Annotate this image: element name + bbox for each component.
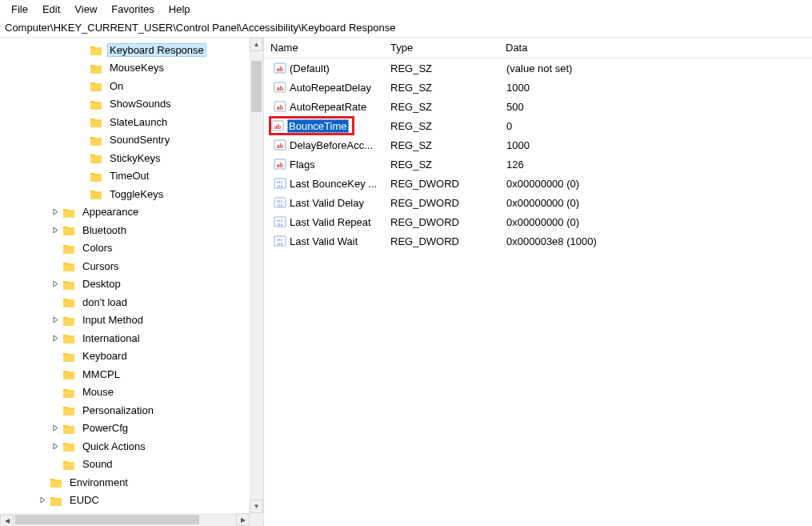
hscroll-thumb[interactable] [15,515,199,524]
value-list-pane: Name Type Data ab(Default)REG_SZ(value n… [264,38,812,526]
scroll-up-icon[interactable]: ▲ [250,38,263,51]
menu-help[interactable]: Help [162,2,197,17]
tree-item-label: TimeOut [107,169,151,183]
tree-item-label: don't load [80,295,130,309]
value-row[interactable]: abDelayBeforeAcc...REG_SZ1000 [264,135,812,155]
chevron-right-icon[interactable] [50,315,61,326]
tree-item-label: Input Method [80,313,146,327]
chevron-right-icon[interactable] [50,423,61,434]
tree-item[interactable]: don't load [0,293,263,311]
tree-item[interactable]: Personalization [0,401,263,420]
expander-placeholder [77,98,88,110]
tree-item[interactable]: TimeOut [0,167,263,186]
scroll-down-icon[interactable]: ▼ [250,500,263,513]
column-header-name[interactable]: Name [264,42,384,54]
tree-item[interactable]: MouseKeys [0,59,263,78]
value-type: REG_SZ [386,101,502,113]
value-row[interactable]: abBounceTimeREG_SZ0 [264,116,812,135]
value-data: 0x000003e8 (1000) [502,235,812,247]
value-row[interactable]: 011110Last Valid WaitREG_DWORD0x000003e8… [264,231,812,251]
tree-item[interactable]: MMCPL [0,365,263,383]
highlight-annotation: abBounceTime [269,116,354,135]
tree-item-label: On [107,79,126,93]
expander-placeholder [50,404,61,416]
address-bar[interactable]: Computer\HKEY_CURRENT_USER\Control Panel… [0,18,812,38]
expander-placeholder [37,476,48,488]
tree-item-label: SlateLaunch [107,115,170,129]
value-data: 1000 [502,139,812,151]
tree-item-label: StickyKeys [107,151,163,165]
expander-placeholder [50,260,61,271]
value-row[interactable]: abAutoRepeatRateREG_SZ500 [264,97,812,116]
scrollbar-corner [250,513,263,526]
folder-icon [90,98,102,110]
value-name-cell: abAutoRepeatDelay [269,81,386,94]
tree-vertical-scrollbar[interactable]: ▲ ▼ [250,38,263,513]
value-row[interactable]: abAutoRepeatDelayREG_SZ1000 [264,78,812,97]
folder-icon [50,495,62,506]
tree-item[interactable]: StickyKeys [0,149,263,167]
svg-text:ab: ab [277,85,284,92]
menu-file[interactable]: File [5,2,34,17]
tree-item-label: Mouse [80,385,116,399]
value-row[interactable]: abFlagsREG_SZ126 [264,155,812,174]
main-area: Keyboard ResponseMouseKeysOnShowSoundsSl… [0,38,812,526]
value-row[interactable]: 011110Last Valid DelayREG_DWORD0x0000000… [264,193,812,212]
tree-item[interactable]: Appearance [0,203,263,222]
tree-item[interactable]: Sound [0,456,263,474]
value-name: Last Valid Delay [290,197,364,209]
column-header-data[interactable]: Data [499,42,812,54]
tree-item[interactable]: Colors [0,239,263,258]
value-name: Last Valid Repeat [290,216,371,228]
tree-item-label: MMCPL [80,367,122,381]
address-text: Computer\HKEY_CURRENT_USER\Control Panel… [5,22,395,34]
tree-item[interactable]: Keyboard [0,347,263,366]
tree-item[interactable]: Input Method [0,311,263,330]
folder-icon [90,62,102,74]
menu-view[interactable]: View [68,2,103,17]
chevron-right-icon[interactable] [50,279,61,290]
tree-item[interactable]: Cursors [0,257,263,275]
tree-item[interactable]: Desktop [0,275,263,294]
tree-item[interactable]: Quick Actions [0,437,263,456]
value-row[interactable]: ab(Default)REG_SZ(value not set) [264,58,812,78]
tree-horizontal-scrollbar[interactable]: ◀ ▶ [0,513,250,526]
value-name-cell: abAutoRepeatRate [269,100,386,113]
tree-item-label: Environment [67,476,130,489]
tree-item-label: Appearance [80,205,141,219]
value-type: REG_SZ [386,62,502,74]
scroll-left-icon[interactable]: ◀ [0,515,14,527]
tree-item[interactable]: SlateLaunch [0,113,263,131]
tree-item[interactable]: Environment [0,473,263,492]
tree-item[interactable]: Bluetooth [0,221,263,239]
value-name-cell: 011110Last Valid Repeat [269,215,386,228]
folder-icon [62,332,75,343]
value-name: AutoRepeatDelay [290,82,371,94]
tree-item[interactable]: PowerCfg [0,420,263,438]
tree-item[interactable]: Keyboard Response [0,41,263,59]
reg-binary-icon: 011110 [274,215,286,228]
chevron-right-icon[interactable] [50,207,61,218]
menu-favorites[interactable]: Favorites [105,2,160,17]
folder-icon [62,404,75,416]
chevron-right-icon[interactable] [37,495,48,506]
value-data: 500 [502,101,812,113]
value-row[interactable]: 011110Last Valid RepeatREG_DWORD0x000000… [264,212,812,231]
column-header-type[interactable]: Type [384,42,499,54]
value-row[interactable]: 011110Last BounceKey ...REG_DWORD0x00000… [264,174,812,193]
value-data: 0x00000000 (0) [502,197,812,209]
tree-item[interactable]: SoundSentry [0,131,263,150]
chevron-right-icon[interactable] [50,332,61,343]
scroll-right-icon[interactable]: ▶ [236,513,250,526]
tree-item[interactable]: On [0,77,263,95]
tree-item[interactable]: ShowSounds [0,95,263,114]
menu-edit[interactable]: Edit [36,2,66,17]
chevron-right-icon[interactable] [50,440,61,452]
tree-item[interactable]: Mouse [0,383,263,402]
chevron-right-icon[interactable] [50,224,61,235]
scroll-thumb[interactable] [251,61,262,112]
expander-placeholder [77,135,88,146]
tree-item[interactable]: International [0,329,263,347]
tree-item[interactable]: ToggleKeys [0,185,263,203]
tree-item[interactable]: EUDC [0,492,263,510]
